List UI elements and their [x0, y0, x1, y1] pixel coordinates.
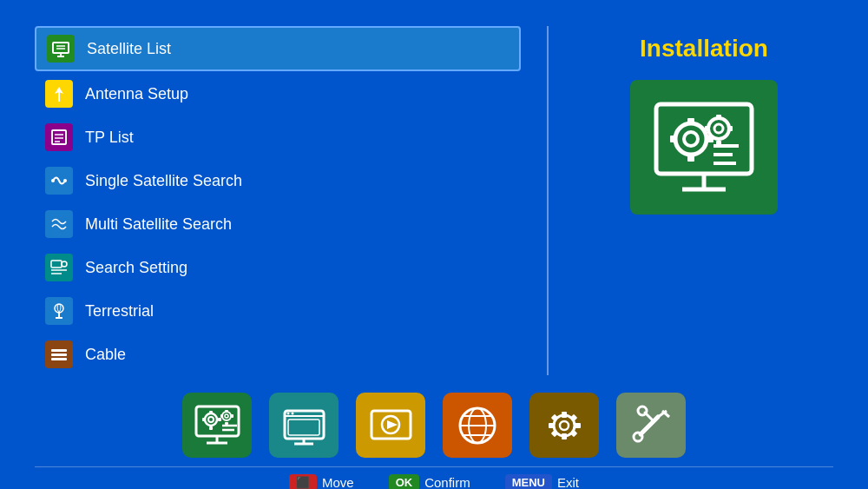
svg-rect-48 — [202, 418, 206, 421]
svg-rect-52 — [225, 410, 228, 413]
main-container: Satellite List Antenna Setup — [0, 0, 868, 489]
tp-list-icon — [45, 123, 73, 151]
svg-rect-34 — [716, 115, 721, 120]
installation-title: Installation — [640, 35, 768, 63]
menu-item-antenna-setup[interactable]: Antenna Setup — [35, 73, 521, 115]
svg-rect-79 — [550, 413, 557, 420]
svg-rect-0 — [53, 43, 69, 53]
svg-point-44 — [205, 413, 217, 426]
svg-rect-54 — [220, 414, 223, 418]
search-setting-icon — [45, 254, 73, 281]
menu-item-multi-satellite-search[interactable]: Multi Satellite Search — [35, 203, 521, 245]
svg-rect-37 — [727, 126, 733, 131]
satellite-list-icon — [47, 35, 75, 63]
move-label: Move — [322, 475, 354, 489]
menu-item-terrestrial[interactable]: Terrestrial — [35, 290, 521, 332]
svg-point-63 — [291, 412, 293, 414]
top-section: Satellite List Antenna Setup — [35, 26, 833, 375]
footer-confirm: OK Confirm — [389, 474, 470, 489]
svg-rect-76 — [562, 433, 567, 439]
svg-point-33 — [714, 124, 723, 133]
satellite-list-label: Satellite List — [87, 40, 171, 58]
svg-marker-67 — [387, 420, 398, 429]
svg-point-45 — [208, 417, 214, 422]
footer-move: ⬛ Move — [289, 474, 354, 489]
menu-item-satellite-list[interactable]: Satellite List — [35, 26, 521, 71]
svg-point-84 — [634, 433, 642, 441]
confirm-label: Confirm — [424, 475, 470, 489]
single-satellite-search-label: Single Satellite Search — [85, 172, 242, 190]
svg-rect-21 — [51, 354, 67, 356]
svg-rect-80 — [569, 413, 576, 420]
svg-point-32 — [708, 118, 729, 139]
search-setting-label: Search Setting — [85, 259, 187, 277]
svg-rect-75 — [562, 412, 567, 418]
svg-rect-36 — [705, 126, 710, 131]
svg-rect-81 — [550, 429, 557, 436]
bottom-icon-tv[interactable] — [269, 393, 339, 458]
svg-rect-64 — [288, 420, 319, 435]
bottom-icons-row — [35, 393, 833, 458]
svg-point-88 — [638, 406, 647, 415]
svg-rect-49 — [218, 418, 221, 421]
svg-rect-58 — [285, 411, 324, 439]
menu-item-single-satellite-search[interactable]: Single Satellite Search — [35, 160, 521, 202]
terrestrial-label: Terrestrial — [85, 302, 154, 320]
svg-rect-77 — [549, 423, 555, 428]
bottom-icon-media[interactable] — [356, 393, 425, 458]
svg-point-14 — [62, 261, 67, 267]
svg-rect-55 — [231, 414, 233, 418]
svg-rect-78 — [575, 423, 581, 428]
svg-rect-28 — [687, 118, 694, 125]
svg-rect-29 — [687, 155, 694, 162]
svg-point-51 — [225, 414, 228, 418]
svg-rect-47 — [209, 426, 213, 430]
svg-rect-82 — [569, 429, 576, 436]
footer-exit: MENU Exit — [505, 474, 579, 489]
svg-point-26 — [675, 123, 707, 155]
menu-panel: Satellite List Antenna Setup — [35, 26, 521, 375]
svg-line-83 — [641, 417, 658, 434]
menu-item-search-setting[interactable]: Search Setting — [35, 247, 521, 288]
installation-icon-box — [630, 80, 778, 215]
footer-bar: ⬛ Move OK Confirm MENU Exit — [35, 466, 833, 489]
ok-badge: OK — [389, 474, 420, 489]
cable-icon — [45, 340, 73, 368]
move-badge: ⬛ — [289, 474, 317, 489]
bottom-icon-installation[interactable] — [182, 393, 252, 458]
antenna-setup-label: Antenna Setup — [85, 85, 188, 103]
cable-label: Cable — [85, 346, 126, 364]
terrestrial-icon — [45, 297, 73, 325]
svg-point-74 — [560, 421, 569, 430]
svg-point-62 — [286, 412, 289, 414]
divider — [547, 26, 549, 375]
svg-rect-53 — [225, 422, 228, 425]
menu-badge: MENU — [505, 474, 552, 489]
svg-rect-13 — [51, 261, 62, 268]
svg-point-12 — [63, 179, 67, 182]
bottom-icon-settings[interactable] — [529, 393, 599, 458]
svg-rect-46 — [209, 411, 213, 414]
svg-point-17 — [55, 304, 63, 313]
multi-satellite-search-icon — [45, 210, 73, 238]
multi-satellite-search-label: Multi Satellite Search — [85, 215, 232, 234]
svg-rect-22 — [51, 358, 67, 360]
menu-item-cable[interactable]: Cable — [35, 334, 521, 375]
antenna-setup-icon — [45, 80, 73, 108]
bottom-icon-globe[interactable] — [443, 393, 512, 458]
svg-rect-30 — [670, 135, 677, 142]
single-satellite-search-icon — [45, 167, 73, 195]
right-panel: Installation — [575, 26, 833, 375]
svg-point-50 — [222, 412, 231, 420]
tp-list-label: TP List — [85, 129, 134, 147]
svg-point-27 — [684, 132, 698, 146]
svg-point-11 — [51, 179, 55, 182]
svg-rect-20 — [51, 349, 67, 352]
menu-item-tp-list[interactable]: TP List — [35, 116, 521, 158]
exit-label: Exit — [557, 475, 579, 489]
bottom-icon-tools[interactable] — [616, 393, 686, 458]
